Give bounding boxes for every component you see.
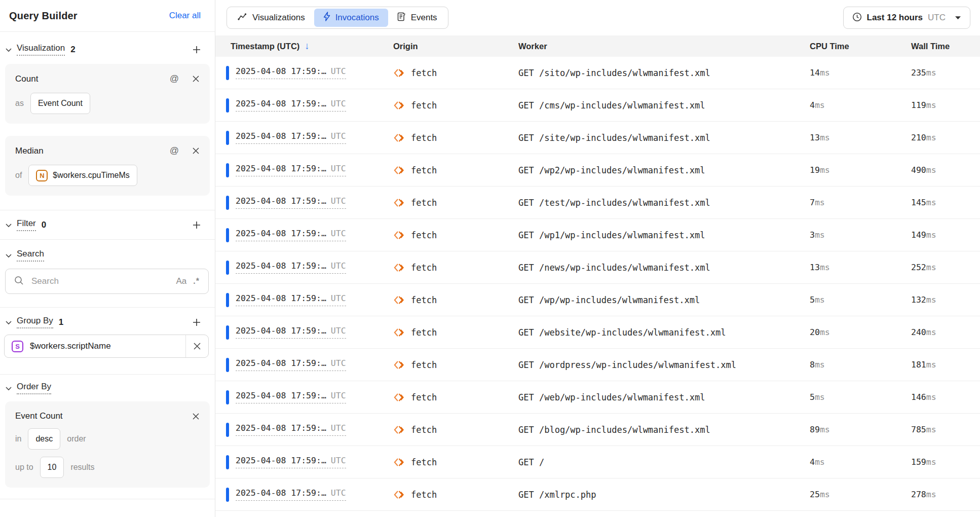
table-row[interactable]: 2025-04-08 17:59:…UTC fetch GET /xmlrpc.… bbox=[215, 478, 980, 511]
time-zone-value: UTC bbox=[928, 13, 946, 23]
chevron-down-icon[interactable] bbox=[5, 223, 12, 228]
time-range-selector[interactable]: Last 12 hours UTC bbox=[843, 7, 971, 29]
sidebar-header: Query Builder Clear all bbox=[0, 0, 215, 32]
time-range-value: Last 12 hours bbox=[867, 13, 923, 23]
table-row[interactable]: 2025-04-08 17:59:…UTC fetch GET /wp/wp-i… bbox=[215, 284, 980, 316]
order-by-field: Event Count bbox=[15, 411, 63, 421]
table-row[interactable]: 2025-04-08 17:59:…UTC fetch GET /site/wp… bbox=[215, 122, 980, 154]
table-row[interactable]: 2025-04-08 17:59:…UTC fetch GET /test/wp… bbox=[215, 187, 980, 219]
cpu-time-field-button[interactable]: N $workers.cpuTimeMs bbox=[28, 165, 137, 186]
filter-section-header: Filter 0 bbox=[0, 218, 215, 231]
table-row[interactable]: 2025-04-08 17:59:…UTC fetch GET /web/wp-… bbox=[215, 381, 980, 414]
column-cpu-time[interactable]: CPU Time bbox=[810, 42, 911, 51]
tab-invocations[interactable]: Invocations bbox=[314, 9, 388, 27]
cpu-time-cell: 5ms bbox=[810, 392, 911, 402]
worker-request: GET /news/wp-includes/wlwmanifest.xml bbox=[518, 263, 810, 273]
remove-median-button[interactable] bbox=[192, 147, 200, 155]
fetch-origin-icon bbox=[393, 359, 405, 371]
timestamp-value: 2025-04-08 17:59:…UTC bbox=[236, 358, 346, 371]
visualization-count: 2 bbox=[70, 45, 75, 55]
column-worker[interactable]: Worker bbox=[518, 42, 810, 51]
table-row[interactable]: 2025-04-08 17:59:…UTC fetch GET /wp1/wp-… bbox=[215, 219, 980, 251]
clear-all-link[interactable]: Clear all bbox=[169, 11, 201, 21]
origin-value: fetch bbox=[411, 490, 437, 500]
group-by-section-header: Group By 1 bbox=[0, 316, 215, 328]
chevron-down-icon[interactable] bbox=[5, 253, 12, 258]
table-body: 2025-04-08 17:59:…UTC fetch GET /sito/wp… bbox=[215, 57, 980, 511]
match-case-toggle[interactable]: Aa bbox=[176, 276, 187, 286]
column-wall-time[interactable]: Wall Time bbox=[911, 42, 980, 51]
worker-request: GET /blog/wp-includes/wlwmanifest.xml bbox=[518, 425, 810, 435]
remove-count-button[interactable] bbox=[192, 75, 200, 83]
remove-group-by-button[interactable] bbox=[186, 335, 208, 357]
search-input[interactable] bbox=[30, 276, 170, 287]
table-row[interactable]: 2025-04-08 17:59:…UTC fetch GET /cms/wp-… bbox=[215, 89, 980, 122]
caret-down-icon bbox=[955, 16, 961, 20]
chevron-down-icon[interactable] bbox=[5, 386, 12, 391]
event-count-button[interactable]: Event Count bbox=[30, 93, 90, 114]
timezone-suffix: UTC bbox=[331, 326, 346, 336]
clock-icon bbox=[852, 12, 862, 24]
worker-request: GET /website/wp-includes/wlwmanifest.xml bbox=[518, 327, 810, 338]
add-group-by-button[interactable] bbox=[192, 317, 202, 327]
search-label[interactable]: Search bbox=[17, 249, 44, 262]
table-header: Timestamp (UTC) ↓ Origin Worker CPU Time… bbox=[215, 35, 980, 57]
row-marker bbox=[226, 163, 229, 177]
timestamp-value: 2025-04-08 17:59:…UTC bbox=[236, 391, 346, 403]
search-box: Aa .* bbox=[5, 269, 209, 294]
result-limit-input[interactable]: 10 bbox=[40, 457, 64, 478]
timestamp-value: 2025-04-08 17:59:…UTC bbox=[236, 488, 346, 501]
worker-request: GET /wp1/wp-includes/wlwmanifest.xml bbox=[518, 230, 810, 240]
row-marker bbox=[226, 131, 229, 145]
row-marker bbox=[226, 390, 229, 404]
table-row[interactable]: 2025-04-08 17:59:…UTC fetch GET / 4ms 15… bbox=[215, 446, 980, 478]
order-by-label[interactable]: Order By bbox=[17, 382, 51, 394]
worker-request: GET /wp/wp-includes/wlwmanifest.xml bbox=[518, 295, 810, 305]
tab-visualizations[interactable]: Visualizations bbox=[229, 9, 314, 27]
table-row[interactable]: 2025-04-08 17:59:…UTC fetch GET /wordpre… bbox=[215, 349, 980, 381]
origin-value: fetch bbox=[411, 295, 437, 305]
add-filter-button[interactable] bbox=[192, 220, 202, 230]
origin-value: fetch bbox=[411, 425, 437, 435]
wall-time-cell: 159ms bbox=[911, 457, 980, 467]
visualization-label[interactable]: Visualization bbox=[17, 43, 65, 56]
remove-order-by-button[interactable] bbox=[192, 413, 200, 420]
chevron-down-icon[interactable] bbox=[5, 320, 12, 325]
table-row[interactable]: 2025-04-08 17:59:…UTC fetch GET /news/wp… bbox=[215, 251, 980, 284]
fetch-origin-icon bbox=[393, 424, 405, 435]
table-row[interactable]: 2025-04-08 17:59:…UTC fetch GET /blog/wp… bbox=[215, 414, 980, 446]
mention-icon[interactable]: @ bbox=[170, 145, 179, 156]
sort-descending-icon[interactable]: ↓ bbox=[305, 41, 310, 52]
cpu-time-cell: 8ms bbox=[810, 360, 911, 370]
fetch-origin-icon bbox=[393, 67, 405, 79]
cpu-time-cell: 25ms bbox=[810, 490, 911, 499]
regex-toggle[interactable]: .* bbox=[193, 277, 200, 286]
cpu-time-cell: 5ms bbox=[810, 295, 911, 305]
table-row[interactable]: 2025-04-08 17:59:…UTC fetch GET /wp2/wp-… bbox=[215, 154, 980, 187]
worker-request: GET /sito/wp-includes/wlwmanifest.xml bbox=[518, 68, 810, 78]
table-row[interactable]: 2025-04-08 17:59:…UTC fetch GET /website… bbox=[215, 316, 980, 349]
tab-events[interactable]: Events bbox=[388, 9, 446, 27]
cpu-time-cell: 3ms bbox=[810, 230, 911, 240]
order-by-section-header: Order By bbox=[0, 382, 215, 394]
fetch-origin-icon bbox=[393, 457, 405, 468]
mention-icon[interactable]: @ bbox=[170, 73, 179, 84]
column-origin[interactable]: Origin bbox=[393, 42, 518, 51]
timestamp-value: 2025-04-08 17:59:…UTC bbox=[236, 99, 346, 112]
timezone-suffix: UTC bbox=[331, 488, 346, 498]
fetch-origin-icon bbox=[393, 165, 405, 176]
table-row[interactable]: 2025-04-08 17:59:…UTC fetch GET /sito/wp… bbox=[215, 57, 980, 89]
fetch-origin-icon bbox=[393, 230, 405, 241]
worker-request: GET /site/wp-includes/wlwmanifest.xml bbox=[518, 133, 810, 143]
timestamp-value: 2025-04-08 17:59:…UTC bbox=[236, 66, 346, 79]
group-by-label[interactable]: Group By bbox=[17, 316, 53, 328]
divider bbox=[0, 499, 215, 499]
origin-value: fetch bbox=[411, 68, 437, 78]
column-timestamp[interactable]: Timestamp (UTC) bbox=[231, 42, 299, 51]
group-by-item[interactable]: S $workers.scriptName bbox=[4, 335, 209, 358]
sort-direction-button[interactable]: desc bbox=[28, 428, 60, 450]
card-title: Median bbox=[15, 146, 44, 156]
filter-label[interactable]: Filter bbox=[17, 218, 36, 231]
chevron-down-icon[interactable] bbox=[5, 47, 12, 52]
add-visualization-button[interactable] bbox=[192, 45, 202, 55]
